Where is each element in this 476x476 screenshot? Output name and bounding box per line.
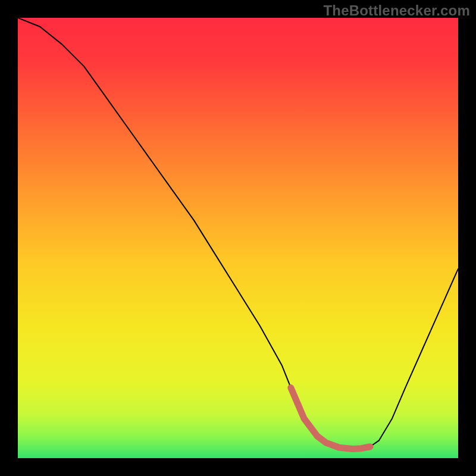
- watermark-text: TheBottlenecker.com: [323, 2, 470, 19]
- plot-area: [18, 18, 458, 458]
- chart-root: TheBottlenecker.com: [0, 0, 476, 476]
- gradient-background: [18, 18, 458, 458]
- chart-svg: [18, 18, 458, 458]
